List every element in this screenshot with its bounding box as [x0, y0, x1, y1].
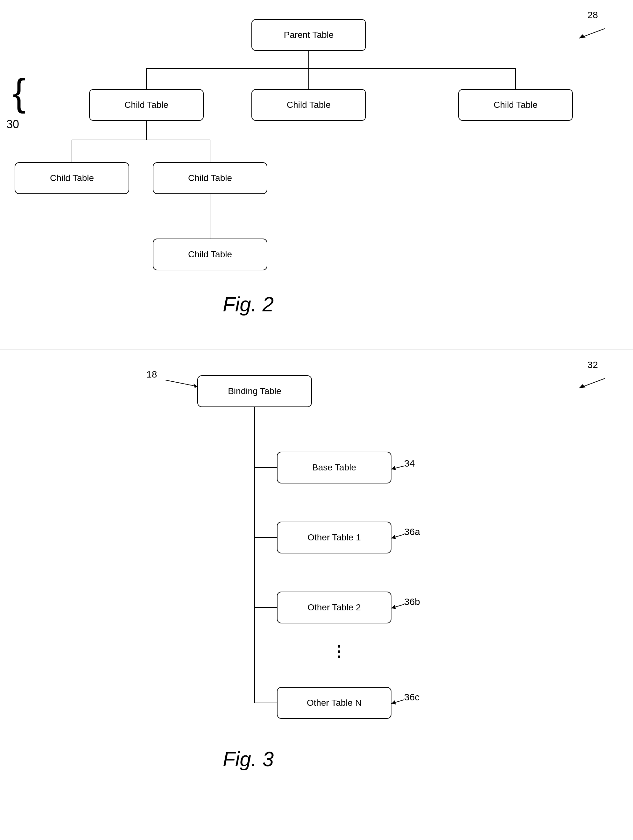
- fig2-caption: Fig. 2: [223, 293, 274, 316]
- ellipsis-dots: ⋮: [331, 643, 346, 660]
- svg-line-16: [166, 380, 197, 387]
- binding-table-node: Binding Table: [197, 375, 312, 407]
- svg-marker-28: [391, 605, 396, 609]
- child-table-2-node: Child Table: [252, 89, 366, 121]
- svg-marker-24: [391, 466, 396, 470]
- svg-line-27: [391, 604, 404, 608]
- fig3-ref36c: 36c: [404, 692, 419, 703]
- svg-line-25: [391, 534, 404, 538]
- fig2-diagram: 28 { 30 Parent Table Child Table: [0, 0, 633, 350]
- svg-marker-15: [579, 384, 586, 388]
- fig3-ref34: 34: [404, 458, 415, 469]
- svg-line-14: [579, 379, 605, 388]
- other-table-2-node: Other Table 2: [277, 592, 391, 624]
- svg-marker-1: [579, 34, 586, 38]
- svg-marker-26: [391, 535, 396, 539]
- child-table-12-node: Child Table: [153, 162, 267, 194]
- child-table-3-node: Child Table: [458, 89, 573, 121]
- child-table-11-node: Child Table: [15, 162, 129, 194]
- fig3-ref36b: 36b: [404, 596, 420, 607]
- other-table-n-node: Other Table N: [277, 687, 391, 719]
- fig2-ref-number: 28: [587, 9, 598, 21]
- fig3-diagram: 32 18 Binding Table Base Table 34: [0, 350, 633, 840]
- svg-line-23: [391, 466, 404, 469]
- fig3-caption: Fig. 3: [223, 747, 274, 771]
- svg-marker-30: [391, 700, 396, 704]
- fig3-ref36a: 36a: [404, 526, 420, 537]
- child-table-121-node: Child Table: [153, 238, 267, 270]
- svg-marker-17: [193, 384, 197, 388]
- fig3-ref18: 18: [146, 369, 157, 380]
- child-table-1-node: Child Table: [89, 89, 204, 121]
- brace-ref-label: 30: [6, 118, 19, 131]
- fig3-ref-number: 32: [587, 359, 598, 370]
- other-table-1-node: Other Table 1: [277, 522, 391, 553]
- svg-line-29: [391, 700, 404, 704]
- base-table-node: Base Table: [277, 452, 391, 483]
- parent-table-node: Parent Table: [252, 19, 366, 51]
- svg-line-0: [579, 28, 605, 38]
- brace-symbol: {: [13, 73, 25, 111]
